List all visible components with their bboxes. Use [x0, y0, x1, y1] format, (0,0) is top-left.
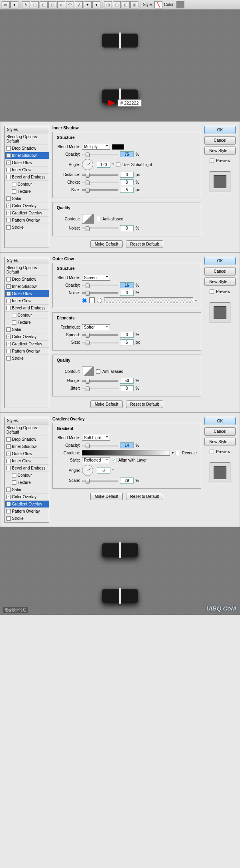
style-texture[interactable]: Texture — [5, 319, 49, 326]
noise-slider[interactable] — [82, 292, 118, 294]
style-bevel[interactable]: Bevel and Emboss — [5, 305, 49, 312]
blend-mode-select[interactable]: Multiply — [82, 144, 110, 150]
ok-button[interactable]: OK — [204, 257, 236, 265]
style-inner-shadow[interactable]: Inner Shadow — [5, 283, 49, 290]
opacity-input[interactable]: 75 — [120, 151, 134, 157]
scale-slider[interactable] — [82, 480, 118, 482]
style-pattern-overlay[interactable]: Pattern Overlay — [5, 508, 49, 515]
preview-check[interactable] — [210, 450, 214, 454]
arrow-dropdown[interactable]: ▾ — [10, 1, 18, 8]
style-inner-shadow[interactable]: Inner Shadow — [5, 443, 49, 450]
choke-slider[interactable] — [82, 182, 118, 183]
color-swatch[interactable] — [176, 1, 184, 8]
anti-alias-check[interactable] — [96, 217, 100, 221]
new-style-button[interactable]: New Style... — [204, 438, 236, 446]
style-contour[interactable]: Contour — [5, 472, 49, 479]
jitter-slider[interactable] — [82, 388, 118, 389]
style-contour[interactable]: Contour — [5, 312, 49, 319]
style-color-overlay[interactable]: Color Overlay — [5, 493, 49, 501]
polygon-icon[interactable]: ⬠ — [66, 1, 74, 8]
style-color-overlay[interactable]: Color Overlay — [5, 202, 49, 210]
style-stroke[interactable]: Stroke — [5, 355, 49, 362]
style-contour[interactable]: Contour — [5, 181, 49, 188]
blend-mode-select[interactable]: Soft Light — [82, 435, 110, 441]
glow-gradient-radio[interactable] — [97, 298, 102, 303]
cancel-button[interactable]: Cancel — [204, 136, 236, 145]
spread-input[interactable]: 0 — [120, 332, 134, 338]
shape-opts-dropdown[interactable]: ▾ — [92, 1, 100, 8]
noise-slider[interactable] — [82, 228, 118, 229]
combine-add-icon[interactable]: ◫ — [104, 1, 112, 8]
spread-slider[interactable] — [82, 334, 118, 336]
blending-options[interactable]: Blending Options: Default — [5, 264, 49, 276]
reset-default-button[interactable]: Reset to Default — [126, 400, 164, 408]
gradient-picker[interactable] — [82, 450, 170, 456]
style-satin[interactable]: Satin — [5, 326, 49, 333]
rect-icon[interactable]: ▢ — [40, 1, 48, 8]
line-icon[interactable]: ╱ — [75, 1, 83, 8]
reset-default-button[interactable]: Reset to Default — [126, 493, 164, 500]
blend-mode-select[interactable]: Screen — [82, 275, 110, 281]
cancel-button[interactable]: Cancel — [204, 267, 236, 275]
glow-color-radio[interactable] — [82, 298, 87, 303]
scale-input[interactable]: 29 — [120, 478, 134, 484]
blending-options[interactable]: Blending Options: Default — [5, 133, 49, 145]
gradient-style-select[interactable]: Reflected — [82, 457, 110, 463]
style-picker[interactable]: ╲ — [154, 1, 162, 8]
opacity-slider[interactable] — [82, 154, 118, 155]
contour-picker[interactable] — [82, 214, 94, 224]
ok-button[interactable]: OK — [204, 417, 236, 425]
make-default-button[interactable]: Make Default — [90, 400, 123, 408]
angle-input[interactable]: 120 — [97, 162, 110, 168]
preview-check[interactable] — [210, 159, 214, 163]
new-style-button[interactable]: New Style... — [204, 147, 236, 155]
opacity-input[interactable]: 14 — [120, 442, 134, 448]
style-satin[interactable]: Satin — [5, 486, 49, 493]
style-inner-glow[interactable]: Inner Glow — [5, 458, 49, 465]
style-texture[interactable]: Texture — [5, 188, 49, 195]
pen-icon[interactable]: ✎ — [22, 1, 30, 8]
technique-select[interactable]: Softer — [82, 324, 110, 330]
angle-dial[interactable] — [82, 159, 93, 170]
size-slider[interactable] — [82, 342, 118, 343]
make-default-button[interactable]: Make Default — [90, 493, 123, 500]
preview-check[interactable] — [210, 289, 214, 294]
angle-dial[interactable] — [82, 465, 93, 476]
style-color-overlay[interactable]: Color Overlay — [5, 333, 49, 341]
style-drop-shadow[interactable]: Drop Shadow — [5, 145, 49, 152]
distance-input[interactable]: 3 — [120, 172, 134, 178]
angle-input[interactable]: 0 — [97, 468, 110, 474]
opacity-input[interactable]: 16 — [120, 282, 134, 288]
glow-color-swatch[interactable] — [89, 297, 95, 303]
style-bevel[interactable]: Bevel and Emboss — [5, 174, 49, 181]
ellipse-icon[interactable]: ○ — [57, 1, 65, 8]
shadow-color-swatch[interactable] — [112, 144, 124, 150]
style-texture[interactable]: Texture — [5, 479, 49, 486]
style-stroke[interactable]: Stroke — [5, 224, 49, 231]
style-pattern-overlay[interactable]: Pattern Overlay — [5, 348, 49, 355]
style-inner-glow[interactable]: Inner Glow — [5, 166, 49, 174]
glow-gradient-picker[interactable] — [104, 297, 193, 303]
size-input[interactable]: 5 — [120, 339, 134, 345]
align-layer-check[interactable] — [112, 458, 116, 462]
style-satin[interactable]: Satin — [5, 195, 49, 202]
noise-input[interactable]: 0 — [120, 290, 134, 296]
jitter-input[interactable]: 0 — [120, 385, 134, 391]
style-drop-shadow[interactable]: Drop Shadow — [5, 276, 49, 283]
opacity-slider[interactable] — [82, 285, 118, 286]
noise-input[interactable]: 0 — [120, 225, 134, 231]
combine-excl-icon[interactable]: ◫ — [130, 1, 138, 8]
shape-tool-dropdown[interactable]: ▭ — [2, 1, 10, 8]
style-outer-glow[interactable]: Outer Glow — [5, 159, 49, 166]
distance-slider[interactable] — [82, 174, 118, 176]
contour-picker[interactable] — [82, 367, 94, 376]
cancel-button[interactable]: Cancel — [204, 427, 236, 436]
combine-int-icon[interactable]: ◫ — [122, 1, 130, 8]
reverse-check[interactable] — [176, 451, 180, 455]
style-stroke[interactable]: Stroke — [5, 515, 49, 522]
size-slider[interactable] — [82, 189, 118, 191]
reset-default-button[interactable]: Reset to Default — [126, 240, 164, 248]
combine-sub-icon[interactable]: ◫ — [113, 1, 121, 8]
rrect-icon[interactable]: ▢ — [48, 1, 56, 8]
range-input[interactable]: 50 — [120, 378, 134, 384]
